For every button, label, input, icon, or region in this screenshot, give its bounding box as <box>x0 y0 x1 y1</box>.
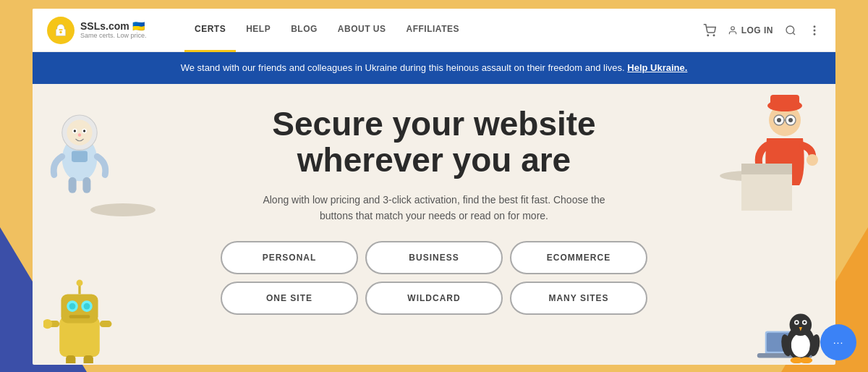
svg-point-1 <box>59 30 61 33</box>
ukraine-link[interactable]: Help Ukraine. <box>627 62 687 73</box>
login-button[interactable]: LOG IN <box>728 25 773 35</box>
svg-rect-34 <box>66 355 75 363</box>
nav-item-blog[interactable]: BLOG <box>281 9 328 52</box>
logo-icon <box>47 17 75 44</box>
logo-domain: SSLs.com🇺🇦 <box>80 21 147 32</box>
svg-point-3 <box>713 35 715 36</box>
svg-point-9 <box>814 33 815 35</box>
svg-line-6 <box>793 33 795 35</box>
svg-point-56 <box>804 321 806 323</box>
btn-wildcard[interactable]: WILDCARD <box>365 282 503 315</box>
platform-left <box>90 203 156 216</box>
login-label: LOG IN <box>741 25 773 35</box>
btn-personal[interactable]: PERSONAL <box>221 241 358 274</box>
nav-item-certs[interactable]: CERTS <box>184 9 236 52</box>
svg-rect-21 <box>69 177 77 193</box>
ukraine-banner: We stand with our friends and colleagues… <box>33 52 835 84</box>
svg-point-2 <box>707 35 709 36</box>
nav-item-help[interactable]: HELP <box>236 9 281 52</box>
svg-point-5 <box>786 26 794 34</box>
btn-many-sites[interactable]: MANY SITES <box>510 282 647 315</box>
btn-one-site[interactable]: ONE SITE <box>221 282 358 315</box>
svg-point-33 <box>43 318 52 328</box>
svg-rect-30 <box>69 315 90 318</box>
main-container: SSLs.com🇺🇦 Same certs. Low price. CERTS … <box>33 9 835 365</box>
search-icon[interactable] <box>785 25 796 36</box>
svg-point-8 <box>814 30 815 31</box>
svg-point-55 <box>796 321 798 323</box>
hero-section: Secure your website wherever you are Alo… <box>33 84 835 363</box>
hero-title: Secure your website wherever you are <box>47 106 821 179</box>
nav-item-affiliates[interactable]: AFFILIATES <box>396 9 469 52</box>
ukraine-text: We stand with our friends and colleagues… <box>181 62 625 73</box>
chat-bubble-button[interactable]: ··· <box>820 324 856 360</box>
btn-ecommerce[interactable]: ECOMMERCE <box>510 241 647 274</box>
platform-box <box>741 174 792 211</box>
logo-area[interactable]: SSLs.com🇺🇦 Same certs. Low price. <box>47 17 163 44</box>
svg-point-51 <box>791 333 810 357</box>
svg-point-52 <box>790 313 812 336</box>
svg-rect-0 <box>59 29 63 30</box>
logo-text: SSLs.com🇺🇦 Same certs. Low price. <box>80 21 147 39</box>
more-icon[interactable] <box>808 24 821 37</box>
cart-icon[interactable] <box>703 24 716 37</box>
svg-point-4 <box>731 26 734 30</box>
chat-dots: ··· <box>833 337 844 348</box>
header: SSLs.com🇺🇦 Same certs. Low price. CERTS … <box>33 9 835 52</box>
hero-buttons: PERSONAL BUSINESS ECOMMERCE ONE SITE WIL… <box>47 241 821 315</box>
logo-tagline: Same certs. Low price. <box>80 32 147 39</box>
svg-rect-22 <box>82 177 90 193</box>
svg-point-7 <box>814 26 815 28</box>
header-right: LOG IN <box>703 24 821 37</box>
svg-rect-32 <box>100 321 112 327</box>
hero-subtitle: Along with low pricing and 3-click activ… <box>246 192 622 224</box>
nav-item-about[interactable]: ABOUT US <box>328 9 396 52</box>
svg-rect-35 <box>84 355 93 363</box>
svg-point-60 <box>800 357 812 363</box>
btn-business[interactable]: BUSINESS <box>365 241 503 274</box>
main-nav: CERTS HELP BLOG ABOUT US AFFILIATES <box>184 9 703 52</box>
